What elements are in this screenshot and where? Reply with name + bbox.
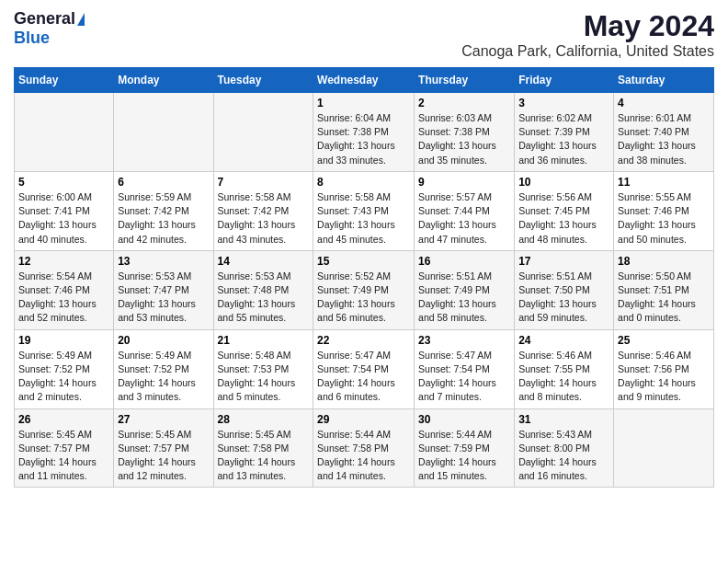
weekday-header: Sunday [15, 68, 114, 93]
day-number: 8 [317, 176, 410, 189]
day-info: Sunrise: 5:44 AM Sunset: 7:58 PM Dayligh… [317, 428, 410, 484]
day-number: 3 [518, 97, 609, 109]
logo-blue-text: Blue [14, 29, 50, 48]
calendar-cell: 22Sunrise: 5:47 AM Sunset: 7:54 PM Dayli… [313, 329, 415, 408]
day-number: 16 [418, 255, 510, 268]
day-number: 20 [118, 334, 209, 347]
logo: General Blue [14, 9, 85, 48]
calendar-cell: 2Sunrise: 6:03 AM Sunset: 7:38 PM Daylig… [415, 93, 515, 172]
day-info: Sunrise: 5:46 AM Sunset: 7:55 PM Dayligh… [518, 349, 609, 405]
day-number: 2 [418, 97, 510, 109]
calendar-cell: 3Sunrise: 6:02 AM Sunset: 7:39 PM Daylig… [515, 93, 614, 172]
calendar-cell: 18Sunrise: 5:50 AM Sunset: 7:51 PM Dayli… [614, 250, 714, 329]
day-number: 11 [618, 176, 710, 189]
day-info: Sunrise: 5:58 AM Sunset: 7:42 PM Dayligh… [218, 190, 310, 247]
day-info: Sunrise: 5:52 AM Sunset: 7:49 PM Dayligh… [317, 270, 410, 326]
calendar-cell: 10Sunrise: 5:56 AM Sunset: 7:45 PM Dayli… [515, 171, 614, 250]
weekday-header: Thursday [415, 68, 515, 93]
day-number: 7 [218, 176, 310, 189]
day-number: 30 [418, 413, 510, 426]
day-info: Sunrise: 6:04 AM Sunset: 7:38 PM Dayligh… [317, 111, 410, 167]
calendar-cell: 11Sunrise: 5:55 AM Sunset: 7:46 PM Dayli… [614, 171, 714, 250]
day-info: Sunrise: 5:46 AM Sunset: 7:56 PM Dayligh… [618, 349, 710, 405]
day-number: 25 [618, 334, 710, 347]
calendar-cell [15, 93, 114, 172]
calendar-cell: 29Sunrise: 5:44 AM Sunset: 7:58 PM Dayli… [313, 408, 415, 488]
day-info: Sunrise: 5:47 AM Sunset: 7:54 PM Dayligh… [418, 349, 510, 405]
calendar-cell: 9Sunrise: 5:57 AM Sunset: 7:44 PM Daylig… [415, 171, 515, 250]
calendar-cell: 1Sunrise: 6:04 AM Sunset: 7:38 PM Daylig… [313, 93, 415, 172]
day-info: Sunrise: 5:57 AM Sunset: 7:44 PM Dayligh… [418, 190, 510, 247]
day-number: 5 [18, 176, 109, 189]
day-number: 12 [18, 255, 109, 268]
calendar-cell: 12Sunrise: 5:54 AM Sunset: 7:46 PM Dayli… [15, 250, 114, 329]
day-number: 21 [218, 334, 310, 347]
calendar-cell: 6Sunrise: 5:59 AM Sunset: 7:42 PM Daylig… [114, 171, 213, 250]
day-info: Sunrise: 5:43 AM Sunset: 8:00 PM Dayligh… [518, 428, 609, 484]
calendar-week-row: 12Sunrise: 5:54 AM Sunset: 7:46 PM Dayli… [15, 250, 714, 329]
day-info: Sunrise: 5:55 AM Sunset: 7:46 PM Dayligh… [618, 190, 710, 247]
calendar-table: SundayMondayTuesdayWednesdayThursdayFrid… [14, 67, 714, 488]
calendar-cell: 8Sunrise: 5:58 AM Sunset: 7:43 PM Daylig… [313, 171, 415, 250]
day-number: 24 [518, 334, 609, 347]
day-info: Sunrise: 5:49 AM Sunset: 7:52 PM Dayligh… [18, 349, 109, 405]
day-info: Sunrise: 5:54 AM Sunset: 7:46 PM Dayligh… [18, 270, 109, 326]
calendar-week-row: 19Sunrise: 5:49 AM Sunset: 7:52 PM Dayli… [15, 329, 714, 408]
calendar-cell: 5Sunrise: 6:00 AM Sunset: 7:41 PM Daylig… [15, 171, 114, 250]
calendar-cell: 27Sunrise: 5:45 AM Sunset: 7:57 PM Dayli… [114, 408, 213, 488]
calendar-cell: 25Sunrise: 5:46 AM Sunset: 7:56 PM Dayli… [614, 329, 714, 408]
calendar-cell: 14Sunrise: 5:53 AM Sunset: 7:48 PM Dayli… [213, 250, 313, 329]
weekday-header: Monday [114, 68, 213, 93]
day-info: Sunrise: 5:49 AM Sunset: 7:52 PM Dayligh… [118, 349, 209, 405]
day-number: 13 [118, 255, 209, 268]
day-info: Sunrise: 5:51 AM Sunset: 7:49 PM Dayligh… [418, 270, 510, 326]
day-number: 4 [618, 97, 710, 109]
day-info: Sunrise: 5:47 AM Sunset: 7:54 PM Dayligh… [317, 349, 410, 405]
day-number: 29 [317, 413, 410, 426]
calendar-cell: 16Sunrise: 5:51 AM Sunset: 7:49 PM Dayli… [415, 250, 515, 329]
logo-general-text: General [14, 9, 75, 29]
weekday-header-row: SundayMondayTuesdayWednesdayThursdayFrid… [15, 68, 714, 93]
calendar-cell: 30Sunrise: 5:44 AM Sunset: 7:59 PM Dayli… [415, 408, 515, 488]
day-info: Sunrise: 6:03 AM Sunset: 7:38 PM Dayligh… [418, 111, 510, 167]
weekday-header: Saturday [614, 68, 714, 93]
day-info: Sunrise: 5:44 AM Sunset: 7:59 PM Dayligh… [418, 428, 510, 484]
day-info: Sunrise: 5:56 AM Sunset: 7:45 PM Dayligh… [518, 190, 609, 247]
day-number: 22 [317, 334, 410, 347]
weekday-header: Friday [515, 68, 614, 93]
calendar-cell [114, 93, 213, 172]
day-number: 1 [317, 97, 410, 109]
day-info: Sunrise: 5:58 AM Sunset: 7:43 PM Dayligh… [317, 190, 410, 247]
calendar-cell: 21Sunrise: 5:48 AM Sunset: 7:53 PM Dayli… [213, 329, 313, 408]
calendar-cell: 13Sunrise: 5:53 AM Sunset: 7:47 PM Dayli… [114, 250, 213, 329]
weekday-header: Wednesday [313, 68, 415, 93]
day-info: Sunrise: 5:45 AM Sunset: 7:57 PM Dayligh… [18, 428, 109, 484]
calendar-cell: 24Sunrise: 5:46 AM Sunset: 7:55 PM Dayli… [515, 329, 614, 408]
calendar-week-row: 5Sunrise: 6:00 AM Sunset: 7:41 PM Daylig… [15, 171, 714, 250]
day-info: Sunrise: 5:53 AM Sunset: 7:47 PM Dayligh… [118, 270, 209, 326]
day-number: 9 [418, 176, 510, 189]
calendar-subtitle: Canoga Park, California, United States [461, 43, 714, 60]
weekday-header: Tuesday [213, 68, 313, 93]
calendar-cell: 23Sunrise: 5:47 AM Sunset: 7:54 PM Dayli… [415, 329, 515, 408]
day-number: 27 [118, 413, 209, 426]
day-info: Sunrise: 6:01 AM Sunset: 7:40 PM Dayligh… [618, 111, 710, 167]
day-number: 26 [18, 413, 109, 426]
day-info: Sunrise: 6:00 AM Sunset: 7:41 PM Dayligh… [18, 190, 109, 247]
day-number: 31 [518, 413, 609, 426]
calendar-cell [213, 93, 313, 172]
page-header: General Blue May 2024 Canoga Park, Calif… [14, 9, 714, 60]
calendar-cell: 17Sunrise: 5:51 AM Sunset: 7:50 PM Dayli… [515, 250, 614, 329]
logo-icon [77, 13, 85, 26]
calendar-cell: 26Sunrise: 5:45 AM Sunset: 7:57 PM Dayli… [15, 408, 114, 488]
calendar-cell: 31Sunrise: 5:43 AM Sunset: 8:00 PM Dayli… [515, 408, 614, 488]
day-number: 14 [218, 255, 310, 268]
day-info: Sunrise: 5:45 AM Sunset: 7:58 PM Dayligh… [218, 428, 310, 484]
day-info: Sunrise: 5:51 AM Sunset: 7:50 PM Dayligh… [518, 270, 609, 326]
day-number: 10 [518, 176, 609, 189]
day-number: 15 [317, 255, 410, 268]
day-number: 6 [118, 176, 209, 189]
calendar-week-row: 26Sunrise: 5:45 AM Sunset: 7:57 PM Dayli… [15, 408, 714, 488]
day-info: Sunrise: 6:02 AM Sunset: 7:39 PM Dayligh… [518, 111, 609, 167]
calendar-cell: 7Sunrise: 5:58 AM Sunset: 7:42 PM Daylig… [213, 171, 313, 250]
